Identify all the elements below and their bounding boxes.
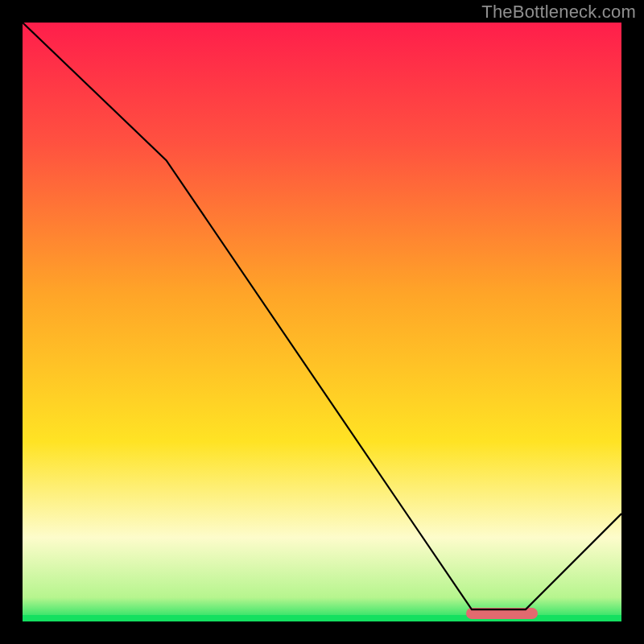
chart-plot-area bbox=[20, 20, 624, 624]
line-series bbox=[23, 23, 621, 621]
